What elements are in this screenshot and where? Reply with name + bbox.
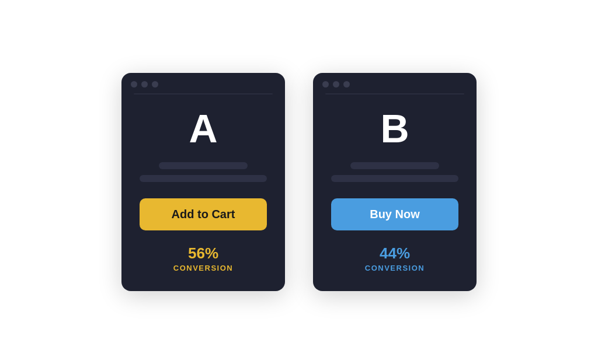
placeholder-lines-a xyxy=(140,162,267,182)
dot-3 xyxy=(152,81,158,88)
ab-test-comparison: A Add to Cart 56% CONVERSION B Buy Now 4… xyxy=(121,73,477,291)
browser-divider-a xyxy=(134,93,273,94)
dot-6 xyxy=(343,81,350,88)
dot-2 xyxy=(141,81,148,88)
conversion-percent-b: 44% xyxy=(380,244,410,262)
buy-now-button[interactable]: Buy Now xyxy=(331,198,458,230)
browser-divider-b xyxy=(325,93,464,94)
dot-5 xyxy=(333,81,339,88)
placeholder-lines-b xyxy=(331,162,458,182)
conversion-label-a: CONVERSION xyxy=(173,264,233,272)
conversion-label-b: CONVERSION xyxy=(365,264,425,272)
conversion-stat-a: 56% CONVERSION xyxy=(173,244,233,272)
variant-b-card: B Buy Now 44% CONVERSION xyxy=(313,73,477,291)
placeholder-line-long-a xyxy=(140,175,267,182)
placeholder-line-short-b xyxy=(350,162,440,169)
conversion-stat-b: 44% CONVERSION xyxy=(365,244,425,272)
dot-1 xyxy=(131,81,137,88)
add-to-cart-button[interactable]: Add to Cart xyxy=(140,198,267,230)
placeholder-line-long-b xyxy=(331,175,458,182)
placeholder-line-short-a xyxy=(159,162,248,169)
dot-4 xyxy=(322,81,329,88)
browser-top-bar-b xyxy=(313,73,477,93)
variant-a-label: A xyxy=(189,108,217,148)
browser-top-bar-a xyxy=(121,73,285,93)
variant-a-card: A Add to Cart 56% CONVERSION xyxy=(121,73,285,291)
conversion-percent-a: 56% xyxy=(188,244,218,262)
variant-b-label: B xyxy=(380,108,409,148)
